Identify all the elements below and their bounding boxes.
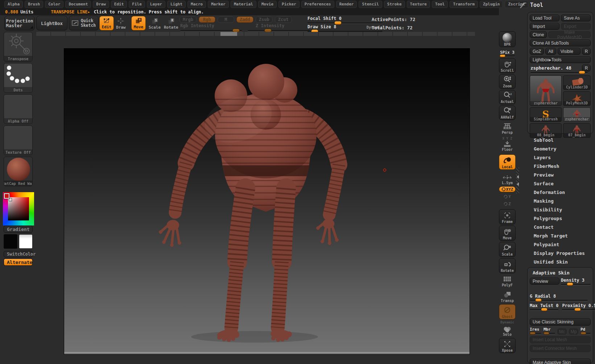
- matcap-tile[interactable]: MatCap Red Wax: [4, 157, 33, 186]
- current-tool-name[interactable]: zspherechar. 48: [530, 65, 580, 71]
- alternate-button[interactable]: Alternate: [4, 258, 33, 266]
- solo-button[interactable]: Solo: [499, 325, 516, 337]
- saturation-value-square[interactable]: [8, 197, 29, 220]
- stroke-dots-tile[interactable]: Dots: [4, 63, 33, 93]
- import-button[interactable]: Import: [530, 23, 559, 30]
- use-classic-skinning-button[interactable]: Use Classic Skinning: [530, 318, 591, 326]
- move-button[interactable]: M Move: [131, 16, 146, 30]
- menu-item[interactable]: Stencil: [359, 1, 382, 8]
- texture-tile[interactable]: Texture Off: [4, 125, 33, 155]
- menu-item[interactable]: Document: [65, 1, 91, 8]
- quick-sketch-button[interactable]: QuickSketch: [69, 16, 99, 30]
- tool-section-header[interactable]: Visibility: [527, 205, 593, 214]
- menu-item[interactable]: Brush: [25, 1, 43, 8]
- projection-master-button[interactable]: ProjectionMaster: [4, 16, 35, 30]
- edit-button[interactable]: Edit: [99, 16, 114, 30]
- menu-item[interactable]: Marker: [208, 1, 229, 8]
- thumbnail-zspherechar-selected[interactable]: zspherechar: [563, 107, 591, 122]
- tool-section-header[interactable]: Surface: [527, 179, 593, 188]
- lightbox-tools-button[interactable]: Lightbox▸Tools: [530, 56, 591, 63]
- mode-button[interactable]: Zadd: [236, 16, 253, 23]
- transp-button[interactable]: Transp: [499, 289, 516, 303]
- bpr-button[interactable]: BPR: [499, 31, 516, 47]
- persp-button[interactable]: Persp: [499, 121, 516, 135]
- menu-item[interactable]: Alpha: [4, 1, 23, 8]
- mc-button[interactable]: Mc: [557, 328, 567, 335]
- secondary-color-swatch[interactable]: [19, 234, 33, 249]
- menu-item[interactable]: Draw: [93, 1, 109, 8]
- aahalf-button[interactable]: AAHalf: [499, 106, 516, 120]
- transpose-line-label[interactable]: TRANSPOSE LINE▸: [51, 9, 90, 15]
- density-slider[interactable]: Density 3: [561, 278, 591, 285]
- goz-visible-button[interactable]: Visible: [558, 48, 580, 55]
- main-color-swatch[interactable]: [4, 234, 17, 249]
- lsym-button[interactable]: L.Sym: [499, 173, 516, 185]
- tool-section-header[interactable]: Geometry: [527, 144, 593, 153]
- menu-item[interactable]: Movie: [258, 1, 277, 8]
- polyf-button[interactable]: PolyF: [499, 274, 516, 288]
- current-color-swatch[interactable]: [4, 193, 9, 199]
- proximity-slider[interactable]: Proximity 0.5: [562, 303, 595, 310]
- goz-r-button[interactable]: R: [582, 48, 591, 55]
- rotate-xyz-button[interactable]: XYZ: [499, 186, 516, 192]
- make-adaptive-skin-button[interactable]: Make Adaptive Skin: [530, 359, 591, 364]
- tool-section-header[interactable]: FiberMesh: [527, 162, 593, 170]
- horizontal-scrollbar[interactable]: [36, 32, 475, 36]
- alpha-tile[interactable]: Alpha Off: [4, 94, 33, 124]
- xpose-button[interactable]: Xpose: [499, 338, 516, 353]
- thumbnail-polymesh3d[interactable]: PolyMesh3D: [563, 91, 591, 106]
- scroll-button[interactable]: Scroll: [499, 58, 516, 73]
- max-twist-slider[interactable]: Max Twist 0: [530, 303, 558, 310]
- ires-slider[interactable]: Ires: [530, 327, 541, 334]
- tool-section-header[interactable]: Polygroups: [527, 214, 593, 223]
- tool-section-header[interactable]: Layers: [527, 153, 593, 162]
- move-view-button[interactable]: Move: [499, 226, 516, 241]
- ghost-button[interactable]: Ghost: [499, 304, 516, 319]
- frame-button[interactable]: Frame: [499, 209, 516, 224]
- export-button[interactable]: Export: [561, 23, 591, 30]
- tool-section-header[interactable]: Preview: [527, 170, 593, 179]
- gradient-button[interactable]: Gradient: [4, 226, 33, 233]
- rotate-z-button[interactable]: Z: [499, 200, 516, 207]
- tool-section-header[interactable]: Unified Skin: [527, 257, 593, 266]
- mode-button[interactable]: M: [218, 16, 234, 23]
- tool-section-header[interactable]: Deformation: [527, 188, 593, 197]
- goz-button[interactable]: GoZ: [530, 48, 544, 55]
- menu-item[interactable]: Picker: [278, 1, 299, 8]
- goz-all-button[interactable]: All: [545, 48, 556, 55]
- z-intensity-slider[interactable]: Z Intensity: [248, 23, 310, 31]
- menu-item[interactable]: Material: [231, 1, 256, 8]
- floor-button[interactable]: X Y Z Floor: [499, 136, 516, 152]
- rotate-view-button[interactable]: Rotate: [499, 258, 516, 273]
- scale-button[interactable]: S Scale: [149, 17, 161, 30]
- menu-item[interactable]: Color: [45, 1, 63, 8]
- mode-button[interactable]: Rgb: [199, 16, 215, 23]
- tool-section-header[interactable]: Display Properties: [527, 249, 593, 257]
- menu-item[interactable]: Stroke: [384, 1, 405, 8]
- document-canvas[interactable]: [64, 48, 470, 355]
- g-radial-slider[interactable]: G Radial 8: [530, 294, 588, 301]
- current-tool-slider[interactable]: [530, 72, 588, 73]
- menu-item[interactable]: Render: [336, 1, 357, 8]
- thumbnail-zspherechar-active[interactable]: zspherechar: [530, 75, 562, 106]
- menu-item[interactable]: Preferences: [301, 1, 334, 8]
- pd-slider[interactable]: Pd: [580, 327, 591, 334]
- menu-item[interactable]: Light: [167, 1, 186, 8]
- menu-item[interactable]: Tool: [432, 1, 448, 8]
- spix-slider[interactable]: SPix 3: [499, 48, 516, 57]
- menu-item[interactable]: Transform: [450, 1, 478, 8]
- rotate-button[interactable]: R Rotate: [164, 17, 178, 30]
- scale-view-button[interactable]: Scale: [499, 242, 516, 257]
- menu-item[interactable]: File: [129, 1, 145, 8]
- rotate-y-button[interactable]: Y: [499, 193, 516, 199]
- color-picker[interactable]: [3, 192, 34, 226]
- insert-local-mesh-button[interactable]: Insert Local Mesh: [530, 336, 591, 343]
- lightbox-button[interactable]: LightBox: [36, 16, 67, 30]
- make-polymesh3d-button[interactable]: Make PolyMesh3D: [548, 31, 591, 38]
- mp-button[interactable]: Mp: [569, 328, 578, 335]
- tool-section-header[interactable]: Morph Target: [527, 231, 593, 240]
- transpose-tile[interactable]: Transpose: [4, 32, 33, 62]
- tool-section-header[interactable]: Masking: [527, 197, 593, 205]
- menu-item[interactable]: Texture: [407, 1, 430, 8]
- load-tool-button[interactable]: Load Tool: [530, 15, 559, 21]
